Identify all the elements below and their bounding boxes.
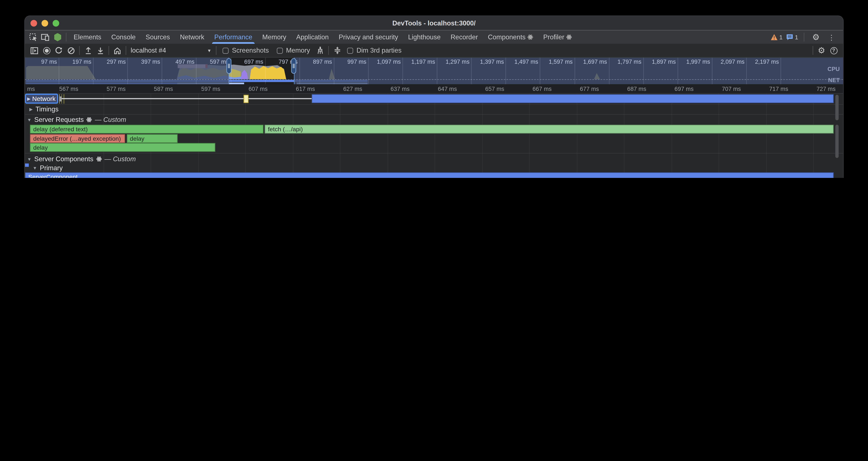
grid-line	[577, 94, 577, 178]
tab-console[interactable]: Console	[106, 31, 141, 44]
divider	[66, 33, 66, 41]
track-separator	[25, 153, 843, 153]
track-server-components[interactable]: ▼ Server Components — Custom	[27, 155, 136, 163]
message-icon	[786, 34, 793, 40]
minimize-window-button[interactable]	[41, 20, 48, 26]
ruler-unit: ms	[27, 85, 35, 92]
chevron-right-icon[interactable]: ▶	[27, 96, 31, 101]
toggle-sidebar-icon[interactable]	[28, 44, 40, 56]
checkbox-box[interactable]	[277, 48, 283, 54]
tab-privacy-security[interactable]: Privacy and security	[334, 31, 403, 44]
track-timings[interactable]: ▶Timings	[29, 105, 59, 113]
close-window-button[interactable]	[31, 20, 37, 26]
warning-icon	[770, 34, 778, 40]
event-bar-error[interactable]: delayedError (…ayed exception)	[30, 134, 125, 143]
record-icon[interactable]	[40, 44, 53, 56]
event-bar[interactable]: delay (deferred text)	[30, 125, 264, 134]
devtools-window: DevTools - localhost:3000/ Elements Cons…	[24, 16, 844, 178]
grid-line	[671, 94, 672, 178]
overview-tick: 2,197 ms	[781, 58, 781, 84]
screen: DevTools - localhost:3000/ Elements Cons…	[0, 0, 868, 178]
selected-network-request[interactable]	[244, 94, 248, 103]
tracks-scrollbar[interactable]	[835, 125, 839, 158]
tab-network[interactable]: Network	[175, 31, 209, 44]
cpu-net-divider	[25, 79, 843, 80]
tab-performance[interactable]: Performance	[209, 31, 257, 44]
zoom-window-button[interactable]	[53, 20, 59, 26]
grid-line	[718, 94, 719, 178]
event-bar[interactable]: delay	[126, 134, 177, 143]
tab-profiler[interactable]: Profiler	[538, 31, 577, 44]
chevron-down-icon[interactable]: ▼	[27, 117, 32, 122]
grid-line	[435, 94, 435, 178]
record-and-reload-icon[interactable]	[53, 44, 65, 56]
event-bar[interactable]: fetch (…/api)	[265, 125, 834, 134]
track-primary[interactable]: ▼Primary	[33, 164, 63, 172]
home-icon[interactable]	[111, 44, 123, 56]
grid-line	[198, 94, 198, 178]
nodejs-icon[interactable]	[52, 31, 64, 44]
divider	[216, 46, 217, 55]
upload-profile-icon[interactable]	[82, 44, 94, 56]
detail-ruler[interactable]: ms 567 ms577 ms587 ms597 ms607 ms617 ms6…	[25, 84, 843, 94]
track-network[interactable]: ▶ Network	[25, 94, 58, 104]
tab-components[interactable]: Components	[483, 31, 538, 44]
kebab-menu-icon[interactable]: ⋮	[825, 31, 837, 44]
tab-application[interactable]: Application	[291, 31, 334, 44]
chevron-down-icon[interactable]: ▼	[27, 156, 32, 162]
issues-badge[interactable]: 1	[786, 34, 798, 40]
network-request-bar[interactable]	[312, 94, 834, 103]
garbage-collect-icon[interactable]	[314, 44, 326, 56]
help-icon[interactable]: ?	[828, 44, 840, 56]
tracks-area[interactable]: ▶Timings ▼ Server Requests — Custom dela…	[25, 94, 843, 178]
primary-track-chip	[25, 164, 29, 167]
capture-settings-gear-icon[interactable]: ⚙	[815, 44, 828, 56]
collapse-icon[interactable]	[331, 44, 343, 56]
selection-handle-right[interactable]	[291, 58, 296, 74]
clear-icon[interactable]	[65, 44, 77, 56]
track-server-requests[interactable]: ▼ Server Requests — Custom	[27, 116, 126, 123]
overview-tick: 1,697 ms	[609, 58, 609, 84]
inspect-element-icon[interactable]	[27, 31, 39, 44]
tab-recorder[interactable]: Recorder	[445, 31, 483, 44]
checkbox-box[interactable]	[222, 48, 229, 54]
net-lane-label: NET	[828, 77, 840, 83]
device-toolbar-icon[interactable]	[39, 31, 52, 44]
tab-lighthouse[interactable]: Lighthouse	[403, 31, 445, 44]
overview-tick: 97 ms	[59, 58, 59, 84]
settings-gear-icon[interactable]: ⚙	[810, 31, 822, 44]
performance-toolbar: localhost #4 ▼ Screenshots Memory Dim 3r…	[25, 44, 843, 58]
tracks-scrollbar[interactable]	[835, 95, 839, 120]
selection-handle-left[interactable]	[226, 58, 231, 74]
checkbox-box[interactable]	[347, 48, 353, 54]
dim-3rd-parties-checkbox[interactable]: Dim 3rd parties	[347, 47, 402, 54]
download-profile-icon[interactable]	[94, 44, 106, 56]
warnings-badge[interactable]: 1	[770, 34, 782, 40]
overview-tick: 897 ms	[334, 58, 334, 84]
network-request-line	[62, 98, 312, 99]
grid-line	[387, 94, 388, 178]
tab-elements[interactable]: Elements	[68, 31, 106, 44]
overview-tick: 1,997 ms	[712, 58, 713, 84]
track-separator	[25, 114, 843, 115]
overview-tick: 2,097 ms	[746, 58, 747, 84]
tab-sources[interactable]: Sources	[141, 31, 175, 44]
memory-checkbox[interactable]: Memory	[277, 47, 310, 54]
chevron-right-icon[interactable]: ▶	[29, 107, 33, 112]
divider	[126, 46, 126, 55]
event-bar[interactable]: delay	[30, 143, 215, 152]
grid-line	[624, 94, 624, 178]
divider	[79, 46, 80, 55]
history-select[interactable]: localhost #4 ▼	[128, 45, 214, 56]
titlebar: DevTools - localhost:3000/	[25, 16, 843, 30]
screenshots-checkbox[interactable]: Screenshots	[222, 47, 269, 54]
overview-tick: 997 ms	[368, 58, 369, 84]
chevron-down-icon[interactable]: ▼	[33, 166, 37, 170]
event-bar[interactable]: ServerComponent	[25, 172, 834, 178]
tab-memory[interactable]: Memory	[257, 31, 291, 44]
grid-line	[292, 94, 293, 178]
grid-line	[813, 94, 814, 178]
grid-line	[340, 94, 340, 178]
overview-tick: 1,297 ms	[471, 58, 472, 84]
timeline-overview[interactable]: 97 ms197 ms297 ms397 ms497 ms597 ms697 m…	[25, 58, 843, 84]
